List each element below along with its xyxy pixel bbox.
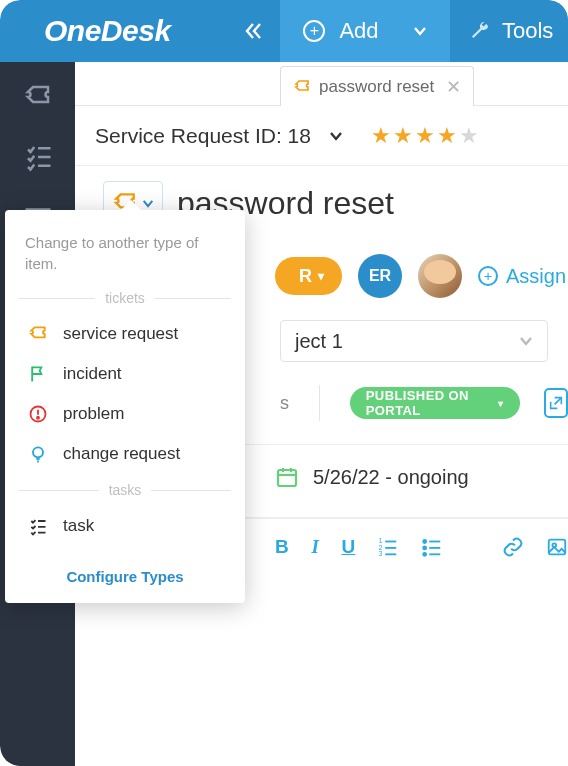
ticket-icon (293, 78, 311, 96)
svg-rect-22 (549, 539, 566, 554)
svg-point-20 (423, 552, 426, 555)
divider (319, 385, 320, 421)
publish-status-badge[interactable]: PUBLISHED ON PORTAL ▾ (350, 387, 520, 419)
app-name: OneDesk (44, 14, 171, 48)
svg-text:3: 3 (379, 550, 383, 557)
type-option-service-request[interactable]: service request (19, 314, 231, 354)
add-label: Add (339, 18, 378, 44)
chevron-down-icon (142, 199, 154, 208)
avatar-initials: ER (369, 267, 391, 285)
alert-icon (27, 404, 49, 424)
plus-circle-icon: + (303, 20, 325, 42)
star-icon: ★ (393, 123, 413, 149)
chevron-down-icon (519, 336, 533, 346)
nav-tasks[interactable] (23, 142, 53, 172)
collapse-sidebar-button[interactable] (225, 0, 280, 62)
star-icon: ★ (437, 123, 457, 149)
share-button[interactable] (544, 388, 568, 418)
type-option-label: problem (63, 404, 124, 424)
id-menu-button[interactable] (329, 131, 343, 141)
ticket-icon (27, 324, 49, 344)
star-icon: ★ (415, 123, 435, 149)
close-icon[interactable]: ✕ (446, 76, 461, 98)
type-option-incident[interactable]: incident (19, 354, 231, 394)
star-icon: ★ (371, 123, 391, 149)
type-option-label: task (63, 516, 94, 536)
image-button[interactable] (546, 536, 568, 558)
popup-section-tickets: tickets (19, 290, 231, 306)
project-selected: ject 1 (295, 330, 343, 353)
chevron-down-icon: ▾ (318, 269, 324, 283)
list-icon (27, 516, 49, 536)
popup-section-tasks: tasks (19, 482, 231, 498)
star-icon: ★ (459, 123, 479, 149)
publish-label: PUBLISHED ON PORTAL (366, 388, 490, 418)
date-range[interactable]: 5/26/22 - ongoing (313, 466, 469, 489)
calendar-icon (275, 465, 299, 489)
bold-button[interactable]: B (275, 536, 289, 558)
wrench-icon (468, 20, 490, 42)
svg-point-26 (37, 417, 39, 419)
type-option-problem[interactable]: problem (19, 394, 231, 434)
nav-tickets[interactable] (23, 82, 53, 112)
requester-label: R (299, 266, 312, 287)
svg-point-16 (423, 540, 426, 543)
status-s-label: s (280, 393, 289, 414)
type-option-label: service request (63, 324, 178, 344)
bulb-icon (27, 444, 49, 464)
assign-label: Assign (506, 265, 566, 288)
tab-ticket[interactable]: password reset ✕ (280, 66, 474, 106)
requester-badge[interactable]: R ▾ (275, 257, 342, 295)
svg-point-18 (423, 546, 426, 549)
type-option-change-request[interactable]: change request (19, 434, 231, 474)
rating-stars[interactable]: ★ ★ ★ ★ ★ (371, 123, 479, 149)
tools-label: Tools (502, 18, 553, 44)
unordered-list-button[interactable] (421, 536, 443, 558)
link-button[interactable] (502, 536, 524, 558)
type-option-task[interactable]: task (19, 506, 231, 546)
flag-icon (27, 364, 49, 384)
chevron-down-icon (413, 26, 427, 36)
tab-title: password reset (319, 77, 434, 97)
underline-button[interactable]: U (342, 536, 356, 558)
add-button[interactable]: + Add (280, 0, 450, 62)
svg-rect-6 (278, 470, 296, 486)
configure-types-link[interactable]: Configure Types (19, 568, 231, 585)
app-logo: OneDesk (0, 0, 225, 62)
type-option-label: incident (63, 364, 122, 384)
assign-button[interactable]: + Assign (478, 265, 566, 288)
svg-point-27 (33, 447, 43, 457)
italic-button[interactable]: I (311, 536, 320, 558)
type-change-popup: Change to another type of item. tickets … (5, 210, 245, 603)
avatar[interactable] (418, 254, 462, 298)
plus-circle-icon: + (478, 266, 498, 286)
popup-hint: Change to another type of item. (19, 232, 231, 274)
avatar[interactable]: ER (358, 254, 402, 298)
type-option-label: change request (63, 444, 180, 464)
chevron-double-left-icon (243, 21, 263, 41)
chevron-down-icon: ▾ (498, 398, 503, 409)
tools-button[interactable]: Tools (450, 0, 568, 62)
item-id-label: Service Request ID: 18 (95, 124, 311, 148)
ordered-list-button[interactable]: 123 (377, 536, 399, 558)
project-select[interactable]: ject 1 (280, 320, 548, 362)
